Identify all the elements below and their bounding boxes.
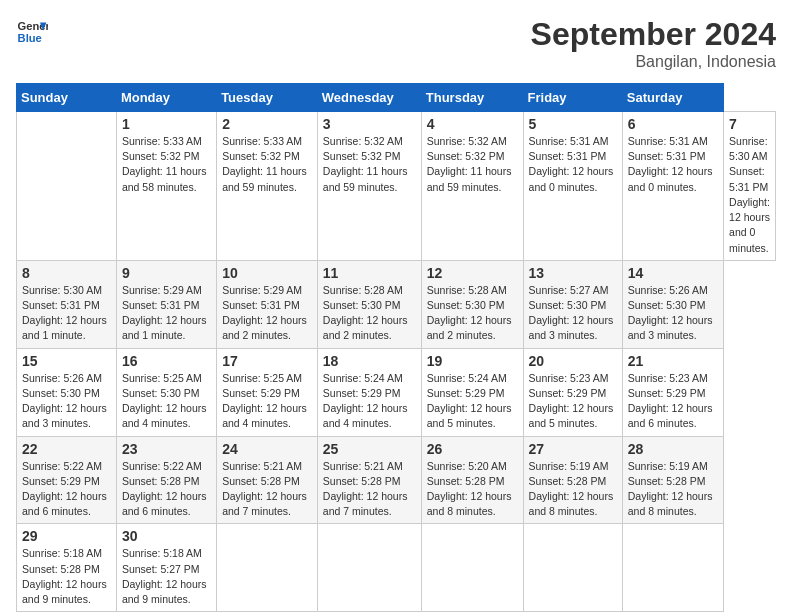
day-info: Sunrise: 5:29 AMSunset: 5:31 PMDaylight:… bbox=[222, 283, 312, 344]
day-info: Sunrise: 5:25 AMSunset: 5:30 PMDaylight:… bbox=[122, 371, 211, 432]
day-info: Sunrise: 5:26 AMSunset: 5:30 PMDaylight:… bbox=[628, 283, 718, 344]
day-info: Sunrise: 5:33 AMSunset: 5:32 PMDaylight:… bbox=[222, 134, 312, 195]
day-info: Sunrise: 5:33 AMSunset: 5:32 PMDaylight:… bbox=[122, 134, 211, 195]
calendar-day-cell: 18Sunrise: 5:24 AMSunset: 5:29 PMDayligh… bbox=[317, 348, 421, 436]
day-number: 6 bbox=[628, 116, 718, 132]
day-info: Sunrise: 5:26 AMSunset: 5:30 PMDaylight:… bbox=[22, 371, 111, 432]
day-info: Sunrise: 5:31 AMSunset: 5:31 PMDaylight:… bbox=[529, 134, 617, 195]
empty-cell bbox=[317, 524, 421, 612]
header: General Blue September 2024 Bangilan, In… bbox=[16, 16, 776, 71]
logo: General Blue bbox=[16, 16, 48, 48]
header-day-sunday: Sunday bbox=[17, 84, 117, 112]
day-number: 8 bbox=[22, 265, 111, 281]
empty-cell bbox=[217, 524, 318, 612]
day-number: 27 bbox=[529, 441, 617, 457]
calendar-day-cell: 1Sunrise: 5:33 AMSunset: 5:32 PMDaylight… bbox=[116, 112, 216, 261]
calendar-day-cell: 15Sunrise: 5:26 AMSunset: 5:30 PMDayligh… bbox=[17, 348, 117, 436]
empty-cell bbox=[421, 524, 523, 612]
calendar-day-cell: 9Sunrise: 5:29 AMSunset: 5:31 PMDaylight… bbox=[116, 260, 216, 348]
calendar-day-cell: 2Sunrise: 5:33 AMSunset: 5:32 PMDaylight… bbox=[217, 112, 318, 261]
day-number: 28 bbox=[628, 441, 718, 457]
calendar-day-cell: 30Sunrise: 5:18 AMSunset: 5:27 PMDayligh… bbox=[116, 524, 216, 612]
calendar-week-row: 1Sunrise: 5:33 AMSunset: 5:32 PMDaylight… bbox=[17, 112, 776, 261]
calendar-day-cell: 11Sunrise: 5:28 AMSunset: 5:30 PMDayligh… bbox=[317, 260, 421, 348]
day-info: Sunrise: 5:22 AMSunset: 5:28 PMDaylight:… bbox=[122, 459, 211, 520]
empty-cell bbox=[523, 524, 622, 612]
header-day-friday: Friday bbox=[523, 84, 622, 112]
day-info: Sunrise: 5:27 AMSunset: 5:30 PMDaylight:… bbox=[529, 283, 617, 344]
day-number: 1 bbox=[122, 116, 211, 132]
day-info: Sunrise: 5:30 AMSunset: 5:31 PMDaylight:… bbox=[729, 134, 770, 256]
day-info: Sunrise: 5:29 AMSunset: 5:31 PMDaylight:… bbox=[122, 283, 211, 344]
calendar-day-cell: 8Sunrise: 5:30 AMSunset: 5:31 PMDaylight… bbox=[17, 260, 117, 348]
day-info: Sunrise: 5:32 AMSunset: 5:32 PMDaylight:… bbox=[323, 134, 416, 195]
day-info: Sunrise: 5:25 AMSunset: 5:29 PMDaylight:… bbox=[222, 371, 312, 432]
header-day-wednesday: Wednesday bbox=[317, 84, 421, 112]
day-info: Sunrise: 5:19 AMSunset: 5:28 PMDaylight:… bbox=[529, 459, 617, 520]
header-day-monday: Monday bbox=[116, 84, 216, 112]
location: Bangilan, Indonesia bbox=[531, 53, 776, 71]
calendar-day-cell: 10Sunrise: 5:29 AMSunset: 5:31 PMDayligh… bbox=[217, 260, 318, 348]
calendar-day-cell: 14Sunrise: 5:26 AMSunset: 5:30 PMDayligh… bbox=[622, 260, 723, 348]
calendar-day-cell: 28Sunrise: 5:19 AMSunset: 5:28 PMDayligh… bbox=[622, 436, 723, 524]
day-info: Sunrise: 5:32 AMSunset: 5:32 PMDaylight:… bbox=[427, 134, 518, 195]
day-number: 15 bbox=[22, 353, 111, 369]
day-info: Sunrise: 5:28 AMSunset: 5:30 PMDaylight:… bbox=[323, 283, 416, 344]
day-number: 9 bbox=[122, 265, 211, 281]
day-number: 30 bbox=[122, 528, 211, 544]
day-number: 18 bbox=[323, 353, 416, 369]
day-number: 13 bbox=[529, 265, 617, 281]
calendar-day-cell: 27Sunrise: 5:19 AMSunset: 5:28 PMDayligh… bbox=[523, 436, 622, 524]
day-number: 19 bbox=[427, 353, 518, 369]
calendar-day-cell: 12Sunrise: 5:28 AMSunset: 5:30 PMDayligh… bbox=[421, 260, 523, 348]
day-number: 12 bbox=[427, 265, 518, 281]
day-info: Sunrise: 5:24 AMSunset: 5:29 PMDaylight:… bbox=[323, 371, 416, 432]
day-info: Sunrise: 5:24 AMSunset: 5:29 PMDaylight:… bbox=[427, 371, 518, 432]
day-number: 22 bbox=[22, 441, 111, 457]
month-title: September 2024 bbox=[531, 16, 776, 53]
day-info: Sunrise: 5:20 AMSunset: 5:28 PMDaylight:… bbox=[427, 459, 518, 520]
calendar-day-cell: 19Sunrise: 5:24 AMSunset: 5:29 PMDayligh… bbox=[421, 348, 523, 436]
day-info: Sunrise: 5:30 AMSunset: 5:31 PMDaylight:… bbox=[22, 283, 111, 344]
day-info: Sunrise: 5:28 AMSunset: 5:30 PMDaylight:… bbox=[427, 283, 518, 344]
day-number: 5 bbox=[529, 116, 617, 132]
calendar-day-cell: 29Sunrise: 5:18 AMSunset: 5:28 PMDayligh… bbox=[17, 524, 117, 612]
day-number: 26 bbox=[427, 441, 518, 457]
day-number: 29 bbox=[22, 528, 111, 544]
day-number: 11 bbox=[323, 265, 416, 281]
day-info: Sunrise: 5:19 AMSunset: 5:28 PMDaylight:… bbox=[628, 459, 718, 520]
calendar-day-cell: 25Sunrise: 5:21 AMSunset: 5:28 PMDayligh… bbox=[317, 436, 421, 524]
day-number: 21 bbox=[628, 353, 718, 369]
calendar-day-cell: 23Sunrise: 5:22 AMSunset: 5:28 PMDayligh… bbox=[116, 436, 216, 524]
day-number: 10 bbox=[222, 265, 312, 281]
calendar-header-row: SundayMondayTuesdayWednesdayThursdayFrid… bbox=[17, 84, 776, 112]
day-number: 7 bbox=[729, 116, 770, 132]
empty-cell bbox=[17, 112, 117, 261]
day-info: Sunrise: 5:22 AMSunset: 5:29 PMDaylight:… bbox=[22, 459, 111, 520]
calendar-day-cell: 3Sunrise: 5:32 AMSunset: 5:32 PMDaylight… bbox=[317, 112, 421, 261]
empty-cell bbox=[622, 524, 723, 612]
day-number: 17 bbox=[222, 353, 312, 369]
calendar-day-cell: 4Sunrise: 5:32 AMSunset: 5:32 PMDaylight… bbox=[421, 112, 523, 261]
day-number: 16 bbox=[122, 353, 211, 369]
title-area: September 2024 Bangilan, Indonesia bbox=[531, 16, 776, 71]
day-number: 24 bbox=[222, 441, 312, 457]
calendar-day-cell: 22Sunrise: 5:22 AMSunset: 5:29 PMDayligh… bbox=[17, 436, 117, 524]
calendar-week-row: 8Sunrise: 5:30 AMSunset: 5:31 PMDaylight… bbox=[17, 260, 776, 348]
day-info: Sunrise: 5:21 AMSunset: 5:28 PMDaylight:… bbox=[222, 459, 312, 520]
calendar-table: SundayMondayTuesdayWednesdayThursdayFrid… bbox=[16, 83, 776, 612]
day-number: 23 bbox=[122, 441, 211, 457]
day-info: Sunrise: 5:31 AMSunset: 5:31 PMDaylight:… bbox=[628, 134, 718, 195]
day-number: 20 bbox=[529, 353, 617, 369]
header-day-tuesday: Tuesday bbox=[217, 84, 318, 112]
calendar-day-cell: 17Sunrise: 5:25 AMSunset: 5:29 PMDayligh… bbox=[217, 348, 318, 436]
day-info: Sunrise: 5:23 AMSunset: 5:29 PMDaylight:… bbox=[628, 371, 718, 432]
header-day-thursday: Thursday bbox=[421, 84, 523, 112]
logo-icon: General Blue bbox=[16, 16, 48, 48]
calendar-week-row: 22Sunrise: 5:22 AMSunset: 5:29 PMDayligh… bbox=[17, 436, 776, 524]
calendar-day-cell: 7Sunrise: 5:30 AMSunset: 5:31 PMDaylight… bbox=[724, 112, 776, 261]
day-info: Sunrise: 5:18 AMSunset: 5:27 PMDaylight:… bbox=[122, 546, 211, 607]
day-info: Sunrise: 5:18 AMSunset: 5:28 PMDaylight:… bbox=[22, 546, 111, 607]
header-day-saturday: Saturday bbox=[622, 84, 723, 112]
day-number: 3 bbox=[323, 116, 416, 132]
